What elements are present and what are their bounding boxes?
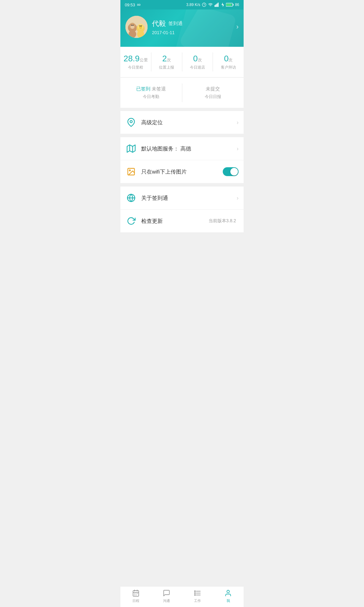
signed-out-status: 未签退 (152, 86, 166, 91)
infinity-icon: ∞ (137, 2, 141, 8)
menu-item-location[interactable]: 高级定位 › (120, 111, 244, 134)
menu-item-wifi-upload[interactable]: 只在wifi下上传图片 (120, 160, 244, 183)
wifi-toggle-container (223, 167, 239, 176)
map-icon (125, 143, 137, 154)
customer-unit: 次 (228, 57, 233, 63)
user-name: 代毅 (152, 19, 166, 28)
battery-icon (226, 3, 234, 7)
menu-section-settings: 默认地图服务： 高德 › 只在wifi下上传图片 (120, 137, 244, 183)
svg-rect-8 (226, 3, 231, 6)
status-time: 09:53 (125, 3, 135, 7)
refresh-icon (125, 215, 137, 227)
menu-section-location: 高级定位 › (120, 111, 244, 134)
wifi-icon (208, 3, 213, 7)
mileage-unit: 公里 (140, 57, 148, 63)
section-divider-3 (120, 183, 244, 187)
menu-item-map[interactable]: 默认地图服务： 高德 › (120, 137, 244, 160)
profile-left: 代毅 签到通 2017-01-11 (125, 16, 183, 38)
map-menu-label: 默认地图服务： 高德 (141, 145, 237, 152)
store-label: 今日巡店 (185, 65, 210, 70)
update-version: 当前版本3.8.2 (209, 218, 236, 224)
svg-point-24 (129, 30, 136, 38)
location-unit: 次 (167, 57, 171, 63)
globe-icon (125, 192, 137, 204)
wifi-toggle[interactable] (223, 167, 239, 176)
image-icon (125, 166, 137, 177)
location-value: 2 (162, 54, 167, 64)
wifi-upload-label: 只在wifi下上传图片 (141, 168, 223, 175)
location-label: 位置上报 (154, 65, 179, 70)
map-chevron: › (237, 145, 239, 152)
report-label: 今日日报 (185, 94, 241, 100)
svg-marker-27 (127, 145, 135, 152)
status-bar: 09:53 ∞ 3.89 K/s 86 (120, 0, 244, 9)
menu-section-about: 关于签到通 › 检查更新 当前版本3.8.2 (120, 187, 244, 232)
attendance-section: 已签到 未签退 今日考勤 未提交 今日日报 (120, 78, 244, 108)
location-chevron: › (237, 119, 239, 126)
profile-header[interactable]: 代毅 签到通 2017-01-11 › (120, 9, 244, 47)
location-icon (125, 117, 137, 128)
battery-level: 86 (235, 3, 239, 7)
section-divider-2 (120, 134, 244, 137)
toggle-knob (230, 168, 238, 175)
avatar (125, 16, 148, 38)
status-left: 09:53 ∞ (125, 2, 141, 8)
svg-point-21 (139, 26, 142, 29)
signed-in-status: 已签到 (136, 86, 150, 91)
profile-info: 代毅 签到通 2017-01-11 (152, 19, 183, 35)
attendance-checkin: 已签到 未签退 今日考勤 (120, 83, 182, 102)
svg-rect-7 (233, 4, 234, 5)
svg-point-22 (140, 26, 141, 27)
svg-rect-1 (215, 5, 215, 7)
section-divider-1 (120, 108, 244, 111)
app-name: 签到通 (168, 21, 183, 27)
svg-point-26 (130, 120, 132, 123)
customer-label: 客户拜访 (215, 65, 241, 70)
svg-point-23 (141, 26, 142, 27)
stat-mileage: 28.9 公里 今日里程 (120, 52, 151, 71)
stat-location-reports: 2 次 位置上报 (151, 52, 182, 71)
stats-section: 28.9 公里 今日里程 2 次 位置上报 0 次 今日巡店 0 次 客户拜访 (120, 47, 244, 77)
menu-item-about[interactable]: 关于签到通 › (120, 187, 244, 210)
report-pending-status: 未提交 (206, 86, 220, 91)
about-menu-label: 关于签到通 (141, 194, 237, 202)
svg-rect-3 (216, 3, 217, 7)
profile-chevron-right[interactable]: › (236, 23, 239, 31)
update-menu-label: 检查更新 (141, 218, 209, 225)
stat-customer-visits: 0 次 客户拜访 (213, 52, 244, 71)
report-status: 未提交 (185, 86, 241, 92)
store-value: 0 (193, 54, 197, 64)
customer-value: 0 (224, 54, 228, 64)
stat-store-visits: 0 次 今日巡店 (182, 52, 213, 71)
menu-item-update[interactable]: 检查更新 当前版本3.8.2 (120, 210, 244, 232)
svg-point-14 (130, 25, 134, 29)
attendance-report: 未提交 今日日报 (182, 83, 244, 102)
location-menu-label: 高级定位 (141, 119, 237, 126)
svg-rect-2 (215, 4, 216, 7)
attendance-status: 已签到 未签退 (123, 86, 179, 92)
svg-marker-5 (221, 3, 224, 7)
charging-icon (221, 3, 224, 7)
svg-point-16 (133, 25, 134, 26)
svg-point-15 (131, 25, 132, 26)
about-chevron: › (237, 195, 239, 201)
attendance-label: 今日考勤 (123, 94, 179, 100)
store-unit: 次 (198, 57, 202, 63)
bottom-padding (120, 233, 244, 258)
svg-point-25 (137, 30, 144, 38)
svg-point-31 (129, 170, 130, 171)
profile-date: 2017-01-11 (152, 30, 183, 35)
signal-icon (215, 3, 220, 7)
clock-icon (202, 3, 206, 7)
mileage-value: 28.9 (124, 54, 140, 64)
status-right: 3.89 K/s 86 (186, 3, 239, 7)
mileage-label: 今日里程 (123, 65, 149, 70)
svg-rect-4 (218, 3, 219, 7)
network-speed: 3.89 K/s (186, 3, 200, 7)
